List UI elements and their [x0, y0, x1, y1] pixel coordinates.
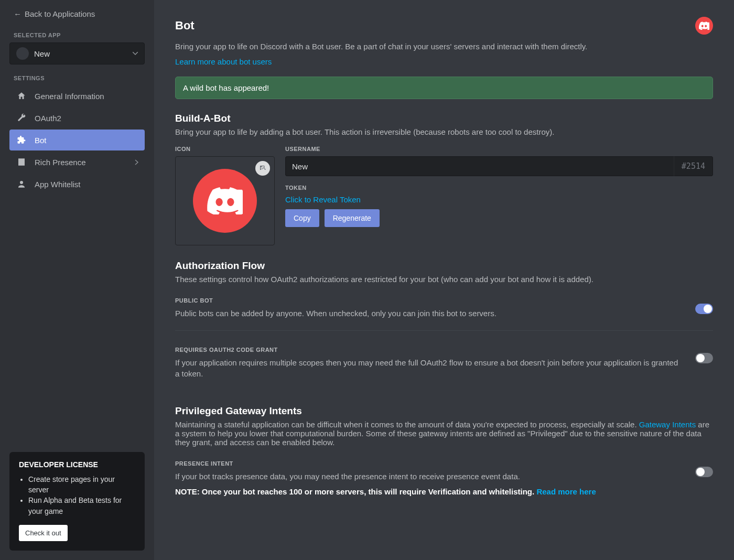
sidebar-item-label: General Information — [35, 92, 104, 101]
arrow-left-icon: ← — [14, 9, 21, 18]
wrench-icon — [16, 113, 27, 123]
learn-more-link[interactable]: Learn more about bot users — [175, 57, 272, 66]
selected-app-heading: SELECTED APP — [14, 32, 141, 38]
setting-description: Public bots can be added by anyone. When… — [175, 308, 682, 319]
copy-token-button[interactable]: Copy — [285, 209, 319, 227]
sidebar-item-rich-presence[interactable]: Rich Presence — [9, 152, 145, 173]
icon-label: ICON — [175, 146, 275, 152]
settings-heading: SETTINGS — [14, 75, 141, 81]
main-content: Bot Bring your app to life on Discord wi… — [154, 0, 734, 560]
license-bullet: Run Alpha and Beta tests for your game — [28, 495, 135, 516]
developer-license-card: DEVELOPER LICENSE Create store pages in … — [9, 452, 145, 551]
setting-description: If your application requires multiple sc… — [175, 357, 682, 379]
upload-image-icon — [255, 161, 270, 176]
person-icon — [16, 179, 27, 189]
section-description: Maintaining a stateful application can b… — [175, 420, 713, 447]
license-bullets: Create store pages in your server Run Al… — [19, 474, 135, 516]
setting-title: PRESENCE INTENT — [175, 460, 682, 467]
oauth2-code-grant-setting: REQUIRES OAUTH2 CODE GRANT If your appli… — [175, 346, 713, 391]
license-bullet: Create store pages in your server — [28, 474, 135, 496]
license-title: DEVELOPER LICENSE — [19, 460, 135, 469]
discord-logo-badge — [695, 17, 713, 35]
username-input[interactable] — [285, 156, 674, 176]
read-more-link[interactable]: Read more here — [536, 487, 596, 496]
sidebar-item-general-information[interactable]: General Information — [9, 85, 145, 106]
puzzle-icon — [16, 135, 27, 145]
note-text: NOTE: Once your bot reaches 100 or more … — [175, 487, 536, 496]
username-token-column: USERNAME #2514 TOKEN Click to Reveal Tok… — [285, 146, 713, 245]
section-title: Privileged Gateway Intents — [175, 405, 713, 417]
page-title: Bot — [175, 19, 195, 33]
gateway-intents-link[interactable]: Gateway Intents — [639, 420, 696, 429]
sidebar-item-app-whitelist[interactable]: App Whitelist — [9, 174, 145, 195]
sidebar-item-label: App Whitelist — [35, 180, 81, 189]
desc-text: Maintaining a stateful application can b… — [175, 420, 639, 429]
sidebar-item-oauth2[interactable]: OAuth2 — [9, 107, 145, 128]
section-title: Build-A-Bot — [175, 113, 713, 124]
public-bot-toggle[interactable] — [695, 304, 713, 314]
section-description: These settings control how OAuth2 author… — [175, 275, 713, 284]
sidebar-item-label: Bot — [35, 136, 47, 145]
public-bot-setting: PUBLIC BOT Public bots can be added by a… — [175, 296, 713, 331]
token-label: TOKEN — [285, 185, 713, 191]
app-selector-dropdown[interactable]: New — [9, 42, 145, 64]
back-label: Back to Applications — [25, 9, 95, 18]
bot-avatar — [193, 169, 257, 233]
oauth2-code-grant-toggle[interactable] — [695, 353, 713, 363]
authorization-flow-section: Authorization Flow These settings contro… — [175, 260, 713, 391]
privileged-gateway-intents-section: Privileged Gateway Intents Maintaining a… — [175, 405, 713, 508]
username-label: USERNAME — [285, 146, 713, 152]
chevron-right-icon — [135, 159, 138, 165]
regenerate-token-button[interactable]: Regenerate — [325, 209, 380, 227]
reveal-token-link[interactable]: Click to Reveal Token — [285, 195, 713, 204]
bot-icon-upload[interactable] — [175, 156, 275, 245]
app-avatar-icon — [16, 47, 29, 60]
back-to-applications-link[interactable]: ← Back to Applications — [14, 9, 95, 18]
check-it-out-button[interactable]: Check it out — [19, 525, 68, 541]
setting-title: PUBLIC BOT — [175, 297, 682, 304]
sidebar-item-label: OAuth2 — [35, 114, 61, 123]
success-alert: A wild bot has appeared! — [175, 77, 713, 99]
chevron-down-icon — [133, 52, 138, 55]
setting-description: If your bot tracks presence data, you ma… — [175, 471, 682, 482]
section-title: Authorization Flow — [175, 260, 713, 272]
icon-column: ICON — [175, 146, 275, 245]
discriminator-tag: #2514 — [674, 156, 713, 176]
presence-intent-setting: PRESENCE INTENT If your bot tracks prese… — [175, 459, 713, 508]
presence-intent-toggle[interactable] — [695, 467, 713, 477]
sidebar: ← Back to Applications SELECTED APP New … — [0, 0, 154, 560]
page-subtitle: Bring your app to life on Discord with a… — [175, 42, 713, 51]
home-icon — [16, 91, 27, 101]
selected-app-name: New — [34, 49, 50, 58]
sidebar-item-label: Rich Presence — [35, 158, 86, 167]
section-description: Bring your app to life by adding a bot u… — [175, 127, 713, 136]
build-a-bot-section: Build-A-Bot Bring your app to life by ad… — [175, 113, 713, 245]
presence-note: NOTE: Once your bot reaches 100 or more … — [175, 487, 682, 496]
document-icon — [16, 157, 27, 167]
sidebar-item-bot[interactable]: Bot — [9, 130, 145, 150]
setting-title: REQUIRES OAUTH2 CODE GRANT — [175, 347, 682, 353]
